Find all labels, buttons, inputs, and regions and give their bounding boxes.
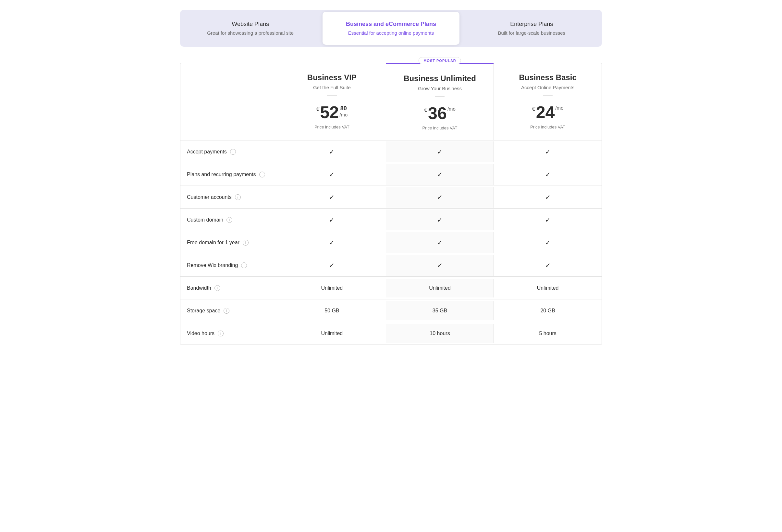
header-empty-cell xyxy=(180,63,278,140)
feature-label-4: Free domain for 1 year xyxy=(187,240,240,246)
feature-label-cell-4: Free domain for 1 yeari xyxy=(180,233,278,252)
feature-value-6-2: Unlimited xyxy=(494,279,602,297)
info-icon-8[interactable]: i xyxy=(218,330,223,336)
plan-unlimited-currency: € xyxy=(424,107,427,113)
tab-business-subtitle: Essential for accepting online payments xyxy=(348,30,434,36)
feature-label-cell-7: Storage spacei xyxy=(180,302,278,320)
most-popular-badge: MOST POPULAR xyxy=(419,57,461,64)
plan-basic-currency: € xyxy=(532,106,535,113)
checkmark-icon: ✓ xyxy=(437,261,442,269)
plan-vip-name: Business VIP xyxy=(307,73,357,82)
feature-label-3: Custom domain xyxy=(187,217,223,223)
checkmark-icon: ✓ xyxy=(329,239,334,247)
feature-value-7-1: 35 GB xyxy=(386,302,494,320)
feature-value-4-2: ✓ xyxy=(494,232,602,253)
info-icon-5[interactable]: i xyxy=(241,262,247,268)
feature-value-6-1: Unlimited xyxy=(386,279,494,297)
feature-value-2-0: ✓ xyxy=(278,187,386,208)
feature-label-2: Customer accounts xyxy=(187,194,232,200)
plan-basic-amount: 24 xyxy=(536,104,555,121)
page-wrapper: Website Plans Great for showcasing a pro… xyxy=(174,0,608,355)
info-icon-0[interactable]: i xyxy=(230,149,236,155)
feature-row: Free domain for 1 yeari✓✓✓ xyxy=(180,231,602,254)
checkmark-icon: ✓ xyxy=(545,148,550,156)
plan-vip-vat: Price includes VAT xyxy=(314,125,350,130)
feature-row: Accept paymentsi✓✓✓ xyxy=(180,140,602,163)
feature-row: Remove Wix brandingi✓✓✓ xyxy=(180,254,602,276)
plan-basic-price-block: € 24 /mo xyxy=(532,104,564,121)
feature-label-0: Accept payments xyxy=(187,149,227,155)
tab-business[interactable]: Business and eCommerce Plans Essential f… xyxy=(323,12,459,45)
feature-value-8-0: Unlimited xyxy=(278,324,386,343)
feature-label-8: Video hours xyxy=(187,330,214,336)
feature-label-cell-3: Custom domaini xyxy=(180,211,278,229)
feature-value-8-2: 5 hours xyxy=(494,324,602,343)
checkmark-icon: ✓ xyxy=(545,216,550,224)
checkmark-icon: ✓ xyxy=(437,216,442,224)
tab-website[interactable]: Website Plans Great for showcasing a pro… xyxy=(182,12,319,45)
plan-header-basic: Business Basic Accept Online Payments € … xyxy=(494,63,602,140)
feature-value-4-0: ✓ xyxy=(278,232,386,253)
feature-label-1: Plans and recurring payments xyxy=(187,172,256,177)
plan-vip-divider xyxy=(327,95,337,96)
plan-basic-decimal-mo: /mo xyxy=(556,105,564,111)
feature-value-5-2: ✓ xyxy=(494,255,602,276)
feature-row: Customer accountsi✓✓✓ xyxy=(180,185,602,208)
checkmark-icon: ✓ xyxy=(437,193,442,201)
info-icon-1[interactable]: i xyxy=(259,172,265,177)
tab-enterprise[interactable]: Enterprise Plans Built for large-scale b… xyxy=(463,12,600,45)
feature-value-4-1: ✓ xyxy=(386,232,494,253)
feature-row: Video hoursiUnlimited10 hours5 hours xyxy=(180,322,602,345)
plan-unlimited-name: Business Unlimited xyxy=(404,74,476,83)
checkmark-icon: ✓ xyxy=(437,171,442,178)
checkmark-icon: ✓ xyxy=(545,171,550,178)
feature-label-cell-2: Customer accountsi xyxy=(180,188,278,207)
plan-header-vip: Business VIP Get the Full Suite € 52 80 … xyxy=(278,63,386,140)
tab-enterprise-subtitle: Built for large-scale businesses xyxy=(498,30,566,36)
feature-value-5-1: ✓ xyxy=(386,255,494,276)
feature-value-0-0: ✓ xyxy=(278,141,386,162)
feature-value-6-0: Unlimited xyxy=(278,279,386,297)
pricing-table: Business VIP Get the Full Suite € 52 80 … xyxy=(180,63,602,345)
info-icon-2[interactable]: i xyxy=(235,194,241,200)
feature-value-1-0: ✓ xyxy=(278,164,386,185)
feature-row: Custom domaini✓✓✓ xyxy=(180,208,602,231)
plan-header-unlimited: MOST POPULAR Business Unlimited Grow You… xyxy=(386,63,494,140)
plan-vip-mo: /mo xyxy=(340,112,348,117)
tab-website-title: Website Plans xyxy=(232,21,269,28)
plan-unlimited-tagline: Grow Your Business xyxy=(418,86,462,91)
plan-unlimited-price-block: € 36 /mo xyxy=(424,105,456,122)
checkmark-icon: ✓ xyxy=(437,239,442,247)
feature-value-2-2: ✓ xyxy=(494,187,602,208)
feature-value-3-0: ✓ xyxy=(278,210,386,230)
tab-website-subtitle: Great for showcasing a professional site xyxy=(207,30,294,36)
info-icon-4[interactable]: i xyxy=(243,240,249,246)
feature-value-1-1: ✓ xyxy=(386,164,494,185)
feature-label-cell-1: Plans and recurring paymentsi xyxy=(180,165,278,184)
checkmark-icon: ✓ xyxy=(545,261,550,269)
plan-unlimited-mo: /mo xyxy=(448,106,456,112)
plan-basic-vat: Price includes VAT xyxy=(530,125,565,130)
plan-unlimited-vat: Price includes VAT xyxy=(423,126,458,131)
feature-row: BandwidthiUnlimitedUnlimitedUnlimited xyxy=(180,276,602,299)
plan-vip-decimal-mo: 80 /mo xyxy=(340,105,348,117)
checkmark-icon: ✓ xyxy=(329,261,334,269)
plan-basic-mo: /mo xyxy=(556,105,564,111)
feature-value-3-1: ✓ xyxy=(386,210,494,230)
tab-enterprise-title: Enterprise Plans xyxy=(510,21,553,28)
feature-label-6: Bandwidth xyxy=(187,285,211,291)
feature-value-0-1: ✓ xyxy=(386,141,494,162)
info-icon-6[interactable]: i xyxy=(214,285,220,291)
checkmark-icon: ✓ xyxy=(329,148,334,156)
checkmark-icon: ✓ xyxy=(437,148,442,156)
info-icon-7[interactable]: i xyxy=(223,308,229,314)
feature-value-2-1: ✓ xyxy=(386,187,494,208)
feature-label-7: Storage space xyxy=(187,308,220,314)
checkmark-icon: ✓ xyxy=(329,193,334,201)
info-icon-3[interactable]: i xyxy=(226,217,232,223)
plan-vip-currency: € xyxy=(316,106,319,113)
feature-rows-container: Accept paymentsi✓✓✓Plans and recurring p… xyxy=(180,140,602,345)
checkmark-icon: ✓ xyxy=(545,239,550,247)
checkmark-icon: ✓ xyxy=(329,171,334,178)
feature-value-8-1: 10 hours xyxy=(386,324,494,343)
